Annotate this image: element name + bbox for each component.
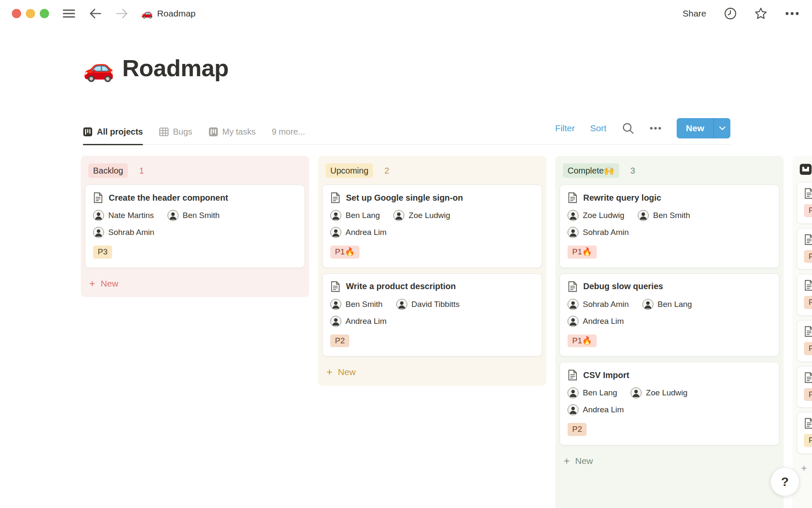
card-partial[interactable]: P bbox=[797, 274, 812, 316]
history-clock-icon[interactable] bbox=[724, 7, 737, 20]
person-name: Zoe Ludwig bbox=[409, 211, 450, 220]
person: Ben Smith bbox=[330, 299, 383, 310]
column-upcoming: Upcoming 2 Set up Google single sign-on … bbox=[318, 156, 546, 386]
column-partial: P P P P P bbox=[793, 156, 812, 508]
person: Zoe Ludwig bbox=[631, 387, 687, 398]
new-button[interactable]: New bbox=[677, 118, 730, 138]
person-name: Ben Smith bbox=[183, 211, 220, 220]
tab-label: All projects bbox=[97, 127, 143, 137]
priority-badge: P bbox=[804, 296, 812, 309]
new-button-label[interactable]: New bbox=[677, 118, 713, 138]
column-name-badge[interactable]: Complete🙌 bbox=[563, 163, 619, 178]
person-name: Ben Smith bbox=[346, 300, 383, 309]
breadcrumb[interactable]: 🚗 Roadmap bbox=[141, 8, 196, 19]
person: Ben Lang bbox=[642, 299, 692, 310]
avatar bbox=[568, 227, 579, 238]
tray-box-icon[interactable] bbox=[799, 163, 812, 175]
new-dropdown-chevron-icon[interactable] bbox=[713, 118, 730, 138]
column-count: 3 bbox=[631, 166, 635, 176]
tab-more-views[interactable]: 9 more... bbox=[272, 127, 305, 144]
person-name: Ben Smith bbox=[653, 211, 690, 220]
tab-label: My tasks bbox=[222, 127, 256, 137]
person-name: Sohrab Amin bbox=[583, 300, 629, 309]
card-partial[interactable]: P bbox=[797, 366, 812, 408]
card-create-the-header-component[interactable]: Create the header component Nate Martins… bbox=[85, 185, 305, 268]
card-partial[interactable]: P bbox=[797, 320, 812, 362]
person: David Tibbitts bbox=[396, 299, 460, 310]
card-partial[interactable]: P bbox=[797, 228, 812, 270]
card-write-a-product-description[interactable]: Write a product description Ben Smith Da… bbox=[322, 273, 542, 357]
person-name: Sohrab Amin bbox=[108, 228, 154, 237]
avatar bbox=[631, 387, 642, 398]
new-card-button[interactable]: + New bbox=[85, 273, 305, 292]
avatar bbox=[330, 227, 341, 238]
card-debug-slow-queries[interactable]: Debug slow queries Sohrab Amin Ben Lang bbox=[560, 273, 779, 357]
close-window-button[interactable] bbox=[12, 9, 21, 18]
page-title[interactable]: Roadmap bbox=[122, 54, 229, 82]
help-icon: ? bbox=[781, 475, 789, 489]
search-icon[interactable] bbox=[622, 122, 634, 135]
tab-my-tasks[interactable]: My tasks bbox=[208, 127, 256, 144]
page-doc-icon bbox=[804, 418, 812, 429]
new-card-button[interactable]: + New bbox=[797, 458, 812, 477]
help-button[interactable]: ? bbox=[771, 467, 799, 496]
tab-bugs[interactable]: Bugs bbox=[159, 127, 192, 144]
avatar bbox=[568, 404, 579, 415]
plus-icon: + bbox=[89, 279, 95, 289]
priority-badge: P1🔥 bbox=[568, 246, 597, 259]
avatar bbox=[642, 299, 653, 310]
card-title-text: CSV Import bbox=[583, 370, 629, 380]
sort-button[interactable]: Sort bbox=[590, 123, 606, 133]
column-name-badge[interactable]: Upcoming bbox=[326, 163, 373, 178]
card-rewrite-query-logic[interactable]: Rewrite query logic Zoe Ludwig Ben Smith bbox=[560, 185, 779, 268]
person-name: Andrea Lim bbox=[346, 317, 387, 326]
avatar bbox=[330, 210, 341, 221]
person-name: Ben Lang bbox=[658, 300, 692, 309]
person: Sohrab Amin bbox=[568, 299, 629, 310]
favorite-star-icon[interactable] bbox=[754, 7, 767, 20]
person: Ben Smith bbox=[638, 210, 690, 221]
card-partial[interactable]: P bbox=[797, 182, 812, 224]
person: Andrea Lim bbox=[568, 404, 624, 415]
tab-label: Bugs bbox=[173, 127, 192, 137]
plus-icon: + bbox=[801, 463, 807, 473]
priority-badge: P3 bbox=[93, 246, 112, 259]
card-partial[interactable]: P bbox=[797, 412, 812, 454]
filter-button[interactable]: Filter bbox=[555, 123, 575, 133]
page-doc-icon bbox=[804, 372, 812, 383]
page-doc-icon bbox=[330, 192, 340, 203]
person: Zoe Ludwig bbox=[568, 210, 624, 221]
column-name-badge[interactable]: Backlog bbox=[88, 163, 128, 178]
tab-all-projects[interactable]: All projects bbox=[83, 127, 143, 144]
view-options-icon[interactable] bbox=[650, 127, 661, 130]
card-csv-import[interactable]: CSV Import Ben Lang Zoe Ludwig bbox=[560, 362, 779, 445]
card-title-text: Set up Google single sign-on bbox=[346, 193, 463, 203]
view-tab-bar: All projects Bugs My tasks 9 more... Fil… bbox=[83, 113, 730, 145]
sidebar-menu-icon[interactable] bbox=[63, 8, 75, 19]
card-set-up-google-single-sign-on[interactable]: Set up Google single sign-on Ben Lang Zo… bbox=[322, 185, 542, 268]
page-doc-icon bbox=[804, 326, 812, 337]
avatar bbox=[568, 299, 579, 310]
share-button[interactable]: Share bbox=[683, 8, 706, 19]
more-options-icon[interactable] bbox=[785, 12, 799, 15]
board-view-icon bbox=[83, 127, 93, 137]
column-backlog: Backlog 1 Create the header component Na… bbox=[81, 156, 309, 297]
back-arrow-icon[interactable] bbox=[89, 8, 102, 19]
avatar bbox=[396, 299, 407, 310]
card-title-text: Write a product description bbox=[346, 282, 456, 291]
person: Zoe Ludwig bbox=[393, 210, 450, 221]
column-count: 2 bbox=[384, 166, 389, 176]
forward-arrow-icon[interactable] bbox=[116, 8, 129, 19]
person-name: Ben Lang bbox=[583, 388, 617, 398]
avatar bbox=[167, 210, 178, 221]
priority-badge: P bbox=[804, 250, 812, 263]
table-view-icon bbox=[159, 127, 169, 137]
column-count: 1 bbox=[139, 166, 144, 176]
new-card-button[interactable]: + New bbox=[560, 451, 779, 469]
new-card-button[interactable]: + New bbox=[322, 362, 542, 381]
zoom-window-button[interactable] bbox=[40, 9, 49, 18]
avatar bbox=[393, 210, 404, 221]
plus-icon: + bbox=[564, 456, 570, 466]
minimize-window-button[interactable] bbox=[26, 9, 35, 18]
page-doc-icon bbox=[568, 192, 578, 203]
